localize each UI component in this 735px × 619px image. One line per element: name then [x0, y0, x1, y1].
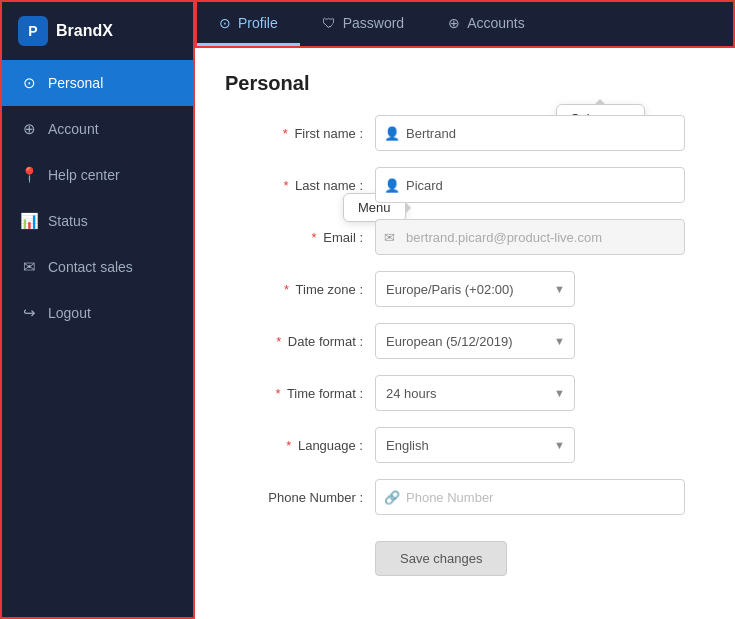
date-format-row: * Date format : European (5/12/2019)Amer… — [225, 323, 705, 359]
phone-input-wrapper: 🔗 — [375, 479, 685, 515]
date-format-select-wrapper: European (5/12/2019)American (12/5/2019)… — [375, 323, 575, 359]
sidebar-item-personal[interactable]: ⊙ Personal — [2, 60, 193, 106]
sidebar-item-logout[interactable]: ↪ Logout — [2, 290, 193, 336]
required-star: * — [275, 386, 280, 401]
time-format-select-wrapper: 24 hours12 hours ▼ — [375, 375, 575, 411]
content-area: Sub menu Menu Personal * First name : 👤 … — [195, 48, 735, 619]
date-format-label: * Date format : — [225, 334, 375, 349]
phone-label: Phone Number : — [225, 490, 375, 505]
time-format-row: * Time format : 24 hours12 hours ▼ — [225, 375, 705, 411]
tab-profile[interactable]: ⊙ Profile — [197, 2, 300, 46]
sidebar-item-label: Status — [48, 213, 88, 229]
timezone-label: * Time zone : — [225, 282, 375, 297]
sidebar-item-label: Account — [48, 121, 99, 137]
brand-logo: P BrandX — [2, 2, 193, 60]
date-format-select[interactable]: European (5/12/2019)American (12/5/2019) — [375, 323, 575, 359]
sidebar-item-label: Contact sales — [48, 259, 133, 275]
first-name-row: * First name : 👤 — [225, 115, 705, 151]
language-select-wrapper: EnglishFrenchGerman ▼ — [375, 427, 575, 463]
language-select[interactable]: EnglishFrenchGerman — [375, 427, 575, 463]
page-title: Personal — [225, 72, 705, 95]
email-input — [375, 219, 685, 255]
timezone-select-wrapper: Europe/Paris (+02:00)UTC (+00:00)America… — [375, 271, 575, 307]
required-star: * — [283, 126, 288, 141]
timezone-row: * Time zone : Europe/Paris (+02:00)UTC (… — [225, 271, 705, 307]
first-name-input-wrapper: 👤 — [375, 115, 685, 151]
logo-icon: P — [18, 16, 48, 46]
sidebar-item-label: Personal — [48, 75, 103, 91]
email-label: * Email : — [225, 230, 375, 245]
tab-password-label: Password — [343, 15, 404, 31]
tab-password[interactable]: 🛡 Password — [300, 2, 426, 46]
sidebar-item-label: Logout — [48, 305, 91, 321]
required-star: * — [312, 230, 317, 245]
help-icon: 📍 — [20, 166, 38, 184]
first-name-input[interactable] — [375, 115, 685, 151]
language-label: * Language : — [225, 438, 375, 453]
profile-tab-icon: ⊙ — [219, 15, 231, 31]
password-tab-icon: 🛡 — [322, 15, 336, 31]
tab-profile-label: Profile — [238, 15, 278, 31]
timezone-select[interactable]: Europe/Paris (+02:00)UTC (+00:00)America… — [375, 271, 575, 307]
email-input-wrapper: ✉ — [375, 219, 685, 255]
phone-row: Phone Number : 🔗 — [225, 479, 705, 515]
sidebar-item-label: Help center — [48, 167, 120, 183]
top-nav: ⊙ Profile 🛡 Password ⊕ Accounts — [195, 0, 735, 48]
contact-icon: ✉ — [20, 258, 38, 276]
last-name-row: * Last name : 👤 — [225, 167, 705, 203]
accounts-tab-icon: ⊕ — [448, 15, 460, 31]
language-row: * Language : EnglishFrenchGerman ▼ — [225, 427, 705, 463]
required-star: * — [286, 438, 291, 453]
sidebar: P BrandX ⊙ Personal ⊕ Account 📍 Help cen… — [0, 0, 195, 619]
save-row: Save changes — [225, 531, 705, 576]
first-name-label: * First name : — [225, 126, 375, 141]
sidebar-item-help-center[interactable]: 📍 Help center — [2, 152, 193, 198]
sidebar-item-contact-sales[interactable]: ✉ Contact sales — [2, 244, 193, 290]
sidebar-nav: ⊙ Personal ⊕ Account 📍 Help center 📊 Sta… — [2, 60, 193, 617]
email-row: * Email : ✉ — [225, 219, 705, 255]
last-name-label: * Last name : — [225, 178, 375, 193]
logout-icon: ↪ — [20, 304, 38, 322]
phone-input[interactable] — [375, 479, 685, 515]
sidebar-item-account[interactable]: ⊕ Account — [2, 106, 193, 152]
status-icon: 📊 — [20, 212, 38, 230]
brand-name: BrandX — [56, 22, 113, 40]
personal-icon: ⊙ — [20, 74, 38, 92]
required-star: * — [276, 334, 281, 349]
time-format-label: * Time format : — [225, 386, 375, 401]
sidebar-item-status[interactable]: 📊 Status — [2, 198, 193, 244]
tab-accounts-label: Accounts — [467, 15, 525, 31]
required-star: * — [283, 178, 288, 193]
account-icon: ⊕ — [20, 120, 38, 138]
time-format-select[interactable]: 24 hours12 hours — [375, 375, 575, 411]
last-name-input-wrapper: 👤 — [375, 167, 685, 203]
main-content: ⊙ Profile 🛡 Password ⊕ Accounts Sub menu… — [195, 0, 735, 619]
last-name-input[interactable] — [375, 167, 685, 203]
tab-accounts[interactable]: ⊕ Accounts — [426, 2, 547, 46]
required-star: * — [284, 282, 289, 297]
save-button[interactable]: Save changes — [375, 541, 507, 576]
